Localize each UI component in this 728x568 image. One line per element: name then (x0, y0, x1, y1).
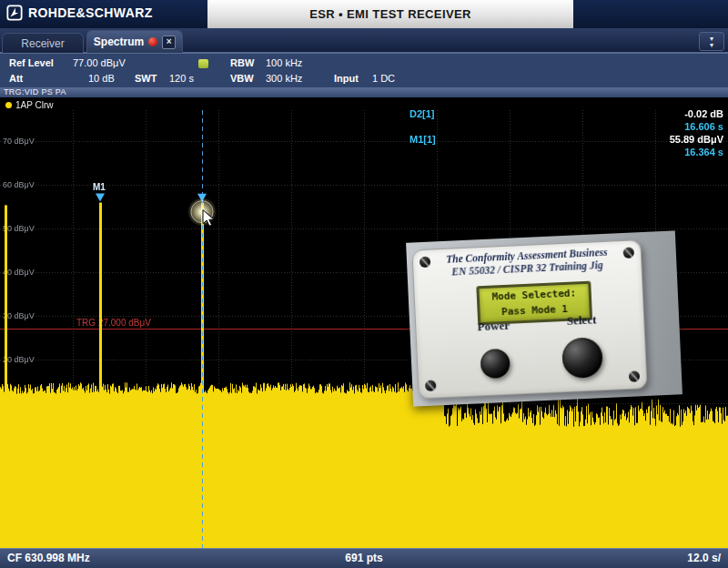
instrument-title-panel: ESR • EMI TEST RECEIVER (207, 0, 573, 28)
marker-value: -0.02 dB (684, 108, 723, 121)
tab-receiver[interactable]: Receiver (2, 33, 84, 53)
trigger-status-text: TRG:VID PS PA (4, 87, 66, 96)
tab-bar: Receiver Spectrum × ▾ ▾ (0, 28, 728, 53)
swt-value[interactable]: 120 s (169, 73, 194, 84)
sweep-points[interactable]: 691 pts (345, 552, 382, 564)
marker-time: 16.606 s (684, 121, 723, 134)
screw-icon (629, 370, 641, 382)
chevron-down-icon: ▾ (710, 42, 713, 48)
footer-bar: CF 630.998 MHz 691 pts 12.0 s/ (0, 548, 728, 568)
sweep-time-per-div[interactable]: 12.0 s/ (687, 552, 721, 564)
marker-label: M1[1] (410, 134, 436, 147)
coupling-indicator-icon (198, 59, 208, 68)
marker-readout[interactable]: D2[1] -0.02 dB 16.606 s M1[1] 55.89 dBμV… (410, 108, 723, 159)
marker-label: D2[1] (410, 108, 435, 121)
ref-level-label: Ref Level (9, 57, 54, 68)
trace-label-text: 1AP Clrw (15, 100, 54, 110)
vbw-label: VBW (230, 73, 254, 84)
center-frequency[interactable]: CF 630.998 MHz (7, 552, 90, 564)
power-label: Power (461, 318, 526, 335)
instrument-title-text: ESR • EMI TEST RECEIVER (309, 7, 471, 21)
trace-color-icon (5, 102, 12, 108)
att-value[interactable]: 10 dB (88, 73, 115, 84)
tab-spectrum[interactable]: Spectrum × (86, 30, 183, 53)
input-value[interactable]: 1 DC (372, 73, 395, 84)
screw-icon (425, 380, 437, 391)
rbw-value[interactable]: 100 kHz (266, 57, 302, 68)
select-knob (561, 337, 603, 379)
marker-value: 55.89 dBμV (670, 134, 723, 147)
select-label: Select (550, 312, 614, 330)
tab-alert-icon (148, 37, 157, 46)
display-menu-button[interactable]: ▾ ▾ (699, 32, 724, 51)
trigger-status-bar[interactable]: TRG:VID PS PA (0, 87, 728, 97)
ref-level-value[interactable]: 77.00 dBμV (73, 57, 126, 68)
swt-label: SWT (135, 73, 157, 84)
settings-panel: Ref Level 77.00 dBμV RBW 100 kHz Att 10 … (0, 53, 728, 87)
trace-label: 1AP Clrw (5, 100, 54, 110)
power-knob (480, 349, 510, 379)
jig-front-panel: The Conformity Assessment Business EN 55… (411, 239, 647, 399)
vbw-value[interactable]: 300 kHz (266, 73, 302, 84)
tab-close-button[interactable]: × (162, 36, 176, 49)
marker-row: 16.364 s (410, 147, 723, 159)
marker-time: 16.364 s (684, 147, 723, 159)
brand-logo: ROHDE&SCHWARZ (6, 5, 153, 21)
rbw-label: RBW (230, 57, 254, 68)
tab-receiver-label: Receiver (21, 37, 64, 50)
brand-name: ROHDE&SCHWARZ (28, 5, 153, 20)
att-label: Att (9, 73, 23, 84)
header-bar: ROHDE&SCHWARZ ESR • EMI TEST RECEIVER (0, 0, 728, 28)
spectrum-display: 1AP Clrw D2[1] -0.02 dB 16.606 s M1[1] 5… (0, 97, 728, 548)
training-jig-photo: The Conformity Assessment Business EN 55… (406, 230, 682, 406)
marker-row: 16.606 s (410, 121, 723, 134)
marker-row: D2[1] -0.02 dB (410, 108, 723, 121)
esr-instrument-screen: ROHDE&SCHWARZ ESR • EMI TEST RECEIVER Re… (0, 0, 728, 568)
marker-row: M1[1] 55.89 dBμV (410, 134, 723, 147)
rs-logo-icon (6, 5, 23, 21)
tab-spectrum-label: Spectrum (94, 36, 144, 48)
input-label: Input (334, 73, 359, 84)
